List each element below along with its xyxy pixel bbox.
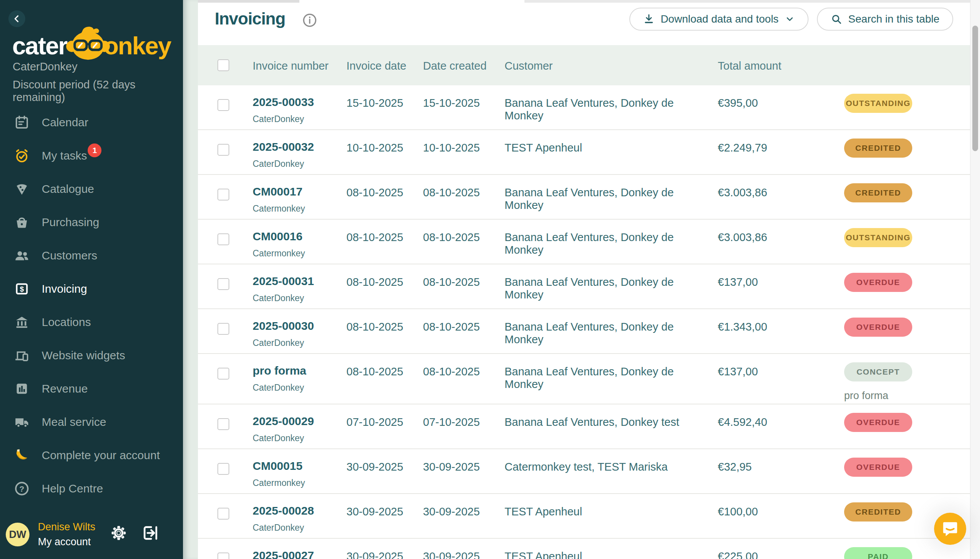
table-row[interactable]: CM00015 Catermonkey 30-09-2025 30-09-202…: [198, 449, 970, 494]
chevron-down-icon: [785, 14, 795, 24]
user-row: DW Denise Wilts My account: [0, 517, 183, 552]
status-badge: OVERDUE: [844, 318, 912, 337]
sidebar-item-catalogue[interactable]: Catalogue: [0, 172, 183, 205]
svg-text:?: ?: [20, 484, 25, 493]
sidebar-item-customers[interactable]: Customers: [0, 239, 183, 272]
table-row[interactable]: 2025-00033 CaterDonkey 15-10-2025 15-10-…: [198, 85, 970, 130]
row-checkbox[interactable]: [217, 508, 229, 519]
avatar[interactable]: DW: [6, 523, 30, 546]
invoice-number-link[interactable]: CM00016: [253, 230, 341, 243]
invoicing-icon: $: [13, 280, 31, 298]
date-created-cell: 08-10-2025: [417, 175, 499, 219]
invoice-number-link[interactable]: 2025-00033: [253, 96, 341, 109]
user-name[interactable]: Denise Wilts: [38, 521, 95, 533]
sidebar-item-meal-service[interactable]: Meal service: [0, 405, 183, 438]
table-row[interactable]: 2025-00029 CaterDonkey 07-10-2025 07-10-…: [198, 404, 970, 449]
invoice-org-label: CaterDonkey: [253, 293, 341, 303]
collapse-sidebar-button[interactable]: [8, 10, 25, 27]
sidebar-item-complete-your-account[interactable]: Complete your account: [0, 438, 183, 472]
invoice-number-link[interactable]: 2025-00027: [253, 549, 341, 559]
invoice-number-link[interactable]: 2025-00028: [253, 504, 341, 517]
revenue-chart-icon: [13, 380, 31, 398]
sidebar-item-calendar[interactable]: Calendar: [0, 106, 183, 139]
col-customer[interactable]: Customer: [499, 45, 712, 85]
invoice-org-label: Catermonkey: [253, 478, 341, 488]
date-created-cell: 30-09-2025: [417, 449, 499, 493]
total-amount-cell: €2.249,79: [712, 130, 818, 174]
col-invoice-date[interactable]: Invoice date: [341, 45, 417, 85]
sidebar-item-invoicing[interactable]: $ Invoicing: [0, 272, 183, 305]
invoice-date-cell: 10-10-2025: [341, 130, 417, 174]
row-checkbox[interactable]: [217, 368, 229, 380]
table-row[interactable]: 2025-00028 CaterDonkey 30-09-2025 30-09-…: [198, 494, 970, 539]
invoice-org-label: Catermonkey: [253, 203, 341, 214]
invoice-number-link[interactable]: 2025-00030: [253, 319, 341, 332]
table-row[interactable]: pro forma CaterDonkey 08-10-2025 08-10-2…: [198, 354, 970, 404]
invoice-number-link[interactable]: 2025-00031: [253, 275, 341, 288]
col-total-amount[interactable]: Total amount: [712, 45, 818, 85]
invoice-number-link[interactable]: 2025-00029: [253, 415, 341, 428]
row-checkbox[interactable]: [217, 552, 229, 559]
table-row[interactable]: CM00017 Catermonkey 08-10-2025 08-10-202…: [198, 175, 970, 220]
scrollbar-thumb[interactable]: [972, 26, 978, 151]
table-row[interactable]: 2025-00030 CaterDonkey 08-10-2025 08-10-…: [198, 309, 970, 354]
sidebar-item-website-widgets[interactable]: Website widgets: [0, 339, 183, 372]
row-checkbox[interactable]: [217, 99, 229, 111]
sidebar-item-purchasing[interactable]: Purchasing: [0, 205, 183, 239]
catermonkey-logo[interactable]: cater onkey: [12, 28, 171, 63]
status-badge: CONCEPT: [844, 362, 912, 382]
customer-cell: Banana Leaf Ventures, Donkey de Monkey: [499, 175, 712, 219]
row-checkbox[interactable]: [217, 189, 229, 200]
sidebar-item-label: Calendar: [42, 116, 88, 129]
table-row[interactable]: 2025-00032 CaterDonkey 10-10-2025 10-10-…: [198, 130, 970, 175]
logout-button[interactable]: [142, 524, 159, 542]
sidebar-item-label: Meal service: [42, 415, 106, 428]
row-checkbox[interactable]: [217, 144, 229, 156]
sidebar-item-help-centre[interactable]: ? Help Centre: [0, 472, 183, 505]
col-status: [818, 45, 970, 85]
invoice-org-label: CaterDonkey: [253, 383, 341, 393]
sidebar: cater onkey CaterDonkey Discount period …: [0, 0, 183, 559]
row-checkbox[interactable]: [217, 323, 229, 335]
invoice-number-link[interactable]: 2025-00032: [253, 141, 341, 154]
search-table-button[interactable]: Search in this table: [817, 8, 953, 31]
invoice-date-cell: 08-10-2025: [341, 354, 417, 404]
select-all-checkbox[interactable]: [217, 59, 229, 71]
customer-cell: Banana Leaf Ventures, Donkey de Monkey: [499, 354, 712, 404]
my-account-link[interactable]: My account: [38, 536, 95, 548]
invoice-date-cell: 30-09-2025: [341, 494, 417, 538]
row-checkbox[interactable]: [217, 463, 229, 475]
invoice-date-cell: 30-09-2025: [341, 449, 417, 493]
row-checkbox[interactable]: [217, 278, 229, 290]
col-invoice-number[interactable]: Invoice number: [247, 45, 341, 85]
invoice-number-link[interactable]: CM00015: [253, 460, 341, 473]
sidebar-item-my-tasks[interactable]: My tasks 1: [0, 139, 183, 172]
app-window: cater onkey CaterDonkey Discount period …: [0, 0, 980, 559]
table-row[interactable]: 2025-00027 CaterDonkey 30-09-2025 30-09-…: [198, 539, 970, 559]
info-icon[interactable]: [302, 13, 317, 30]
monkey-head-icon: [65, 25, 111, 60]
date-created-cell: 30-09-2025: [417, 539, 499, 559]
row-checkbox[interactable]: [217, 233, 229, 245]
settings-gear-button[interactable]: [110, 524, 127, 541]
download-data-button[interactable]: Download data and tools: [629, 8, 808, 31]
total-amount-cell: €32,95: [712, 449, 818, 493]
status-badge: OVERDUE: [844, 458, 912, 477]
status-badge: OUTSTANDING: [844, 94, 912, 113]
sidebar-item-label: Customers: [42, 249, 97, 262]
date-created-cell: 07-10-2025: [417, 404, 499, 448]
invoice-number-link[interactable]: CM00017: [253, 185, 341, 198]
sidebar-item-revenue[interactable]: Revenue: [0, 372, 183, 405]
sidebar-item-locations[interactable]: Locations: [0, 305, 183, 339]
table-row[interactable]: 2025-00031 CaterDonkey 08-10-2025 08-10-…: [198, 265, 970, 309]
invoice-table-body: 2025-00033 CaterDonkey 15-10-2025 15-10-…: [198, 85, 970, 559]
total-amount-cell: €137,00: [712, 354, 818, 404]
sidebar-item-label: My tasks: [42, 149, 87, 162]
total-amount-cell: €137,00: [712, 265, 818, 308]
customer-cell: Banana Leaf Ventures, Donkey de Monkey: [499, 85, 712, 129]
col-date-created[interactable]: Date created: [417, 45, 499, 85]
table-row[interactable]: CM00016 Catermonkey 08-10-2025 08-10-202…: [198, 220, 970, 265]
invoice-number-link[interactable]: pro forma: [253, 364, 341, 377]
row-checkbox[interactable]: [217, 418, 229, 430]
chat-widget-button[interactable]: [934, 513, 966, 545]
